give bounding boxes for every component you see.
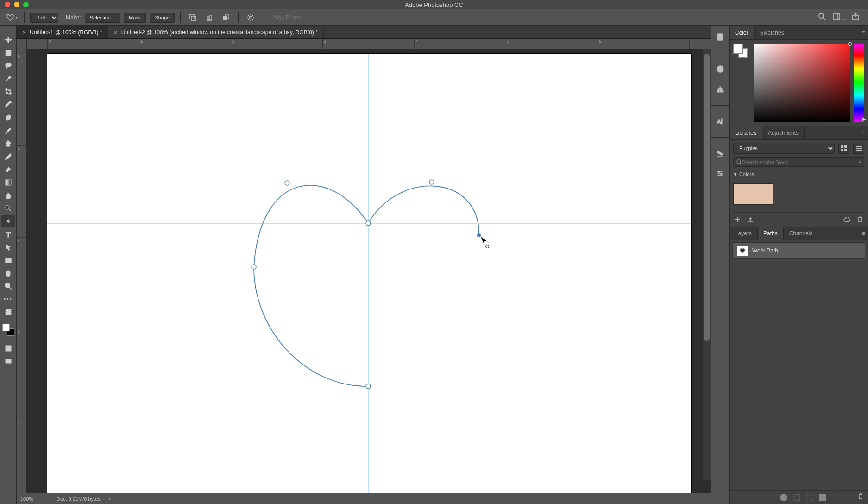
- hue-slider[interactable]: ▶: [854, 44, 864, 122]
- path-arrangement-button[interactable]: [220, 12, 233, 23]
- tab-channels[interactable]: Channels: [784, 227, 819, 240]
- grid-view-button[interactable]: [838, 143, 849, 154]
- selection-to-path-icon[interactable]: [819, 494, 826, 501]
- close-tab-icon[interactable]: ×: [113, 29, 117, 36]
- colors-section-header[interactable]: ▼ Colors: [733, 170, 864, 178]
- navigator-panel-icon[interactable]: [714, 63, 727, 76]
- dodge-tool[interactable]: [1, 202, 15, 214]
- app-title: Adobe Photoshop CC: [405, 1, 463, 8]
- screen-mode[interactable]: [1, 355, 15, 367]
- path-item-work-path[interactable]: Work Path: [732, 242, 865, 259]
- quick-mask-mode[interactable]: [1, 342, 15, 354]
- upload-icon[interactable]: [746, 215, 755, 224]
- eyedropper-tool[interactable]: [1, 99, 15, 111]
- canvas-scroll-area[interactable]: [27, 49, 711, 493]
- character-panel-icon[interactable]: A: [714, 115, 727, 128]
- current-tool-icon[interactable]: ▾: [5, 13, 19, 22]
- hue-slider-handle[interactable]: ▶: [862, 116, 866, 121]
- gradient-tool[interactable]: [1, 176, 15, 189]
- library-color-swatch[interactable]: [733, 183, 773, 205]
- add-mask-icon[interactable]: [832, 494, 839, 501]
- document-tab-1[interactable]: × Untitled-1 @ 100% (RGB/8) *: [17, 26, 108, 38]
- color-picker-cursor[interactable]: [848, 42, 852, 46]
- ruler-origin[interactable]: [17, 39, 27, 49]
- blur-tool[interactable]: [1, 189, 15, 202]
- library-search[interactable]: ▾: [733, 158, 864, 167]
- zoom-tool[interactable]: [1, 280, 15, 292]
- more-tools[interactable]: •••: [1, 293, 15, 305]
- cloud-sync-icon[interactable]: [843, 215, 851, 224]
- search-icon[interactable]: [818, 13, 826, 22]
- eraser-tool[interactable]: [1, 164, 15, 176]
- panel-menu-icon[interactable]: ≡: [859, 126, 868, 139]
- vertical-scrollbar[interactable]: [703, 49, 711, 480]
- new-path-icon[interactable]: [845, 494, 852, 501]
- foreground-color[interactable]: [2, 324, 10, 331]
- crop-tool[interactable]: [1, 86, 15, 98]
- history-brush-tool[interactable]: [1, 151, 15, 163]
- library-search-input[interactable]: [742, 159, 859, 165]
- tab-adjustments[interactable]: Adjustments: [762, 126, 805, 139]
- scrollbar-thumb[interactable]: [704, 54, 710, 341]
- history-panel-icon[interactable]: [714, 31, 727, 44]
- color-fg-bg-swatches[interactable]: [733, 44, 750, 122]
- library-select[interactable]: Puppies: [733, 143, 835, 154]
- close-window-button[interactable]: [5, 2, 10, 7]
- foreground-background-colors[interactable]: [2, 324, 14, 336]
- brush-settings-icon[interactable]: [714, 167, 727, 180]
- chevron-down-icon[interactable]: ▾: [859, 160, 861, 164]
- rectangle-tool[interactable]: [1, 254, 15, 266]
- tab-color[interactable]: Color: [730, 26, 755, 39]
- brush-tool[interactable]: [1, 125, 15, 137]
- magic-wand-tool[interactable]: [1, 73, 15, 85]
- document-tab-2[interactable]: × Untitled-2 @ 100% (arched window on th…: [108, 26, 323, 38]
- tab-swatches[interactable]: Swatches: [755, 26, 790, 39]
- gear-settings-button[interactable]: [244, 12, 257, 23]
- horizontal-ruler[interactable]: 0 1 2 3 4 5 6 7: [27, 39, 711, 49]
- maximize-window-button[interactable]: [23, 2, 29, 7]
- pen-tool[interactable]: [1, 215, 15, 227]
- fill-path-icon[interactable]: [780, 494, 787, 501]
- delete-icon[interactable]: [856, 215, 864, 224]
- hand-tool[interactable]: [1, 267, 15, 279]
- document-info[interactable]: Doc: 9.01M/0 bytes: [57, 496, 101, 502]
- foreground-swatch[interactable]: [733, 44, 743, 54]
- canvas[interactable]: [47, 54, 691, 493]
- move-tool[interactable]: [1, 34, 15, 46]
- type-tool[interactable]: [1, 228, 15, 240]
- tool-mode-select[interactable]: Path: [30, 13, 58, 23]
- healing-brush-tool[interactable]: [1, 112, 15, 124]
- align-edges-checkbox[interactable]: Align Edges: [264, 14, 302, 21]
- make-shape-button[interactable]: Shape: [150, 13, 175, 23]
- clone-stamp-tool[interactable]: [1, 138, 15, 150]
- tab-paths[interactable]: Paths: [758, 227, 784, 240]
- panel-menu-icon[interactable]: ≡: [859, 227, 868, 240]
- list-view-button[interactable]: [853, 143, 864, 154]
- share-icon[interactable]: [851, 13, 860, 22]
- edit-toolbar[interactable]: [1, 306, 15, 318]
- tab-libraries[interactable]: Libraries: [730, 126, 762, 139]
- status-menu-arrow[interactable]: ›: [109, 496, 111, 502]
- panel-menu-icon[interactable]: ≡: [859, 26, 868, 39]
- vertical-ruler[interactable]: 0 1 2 3 4: [17, 49, 27, 493]
- make-mask-button[interactable]: Mask: [124, 13, 146, 23]
- lasso-tool[interactable]: [1, 60, 15, 72]
- zoom-level[interactable]: 100%: [20, 496, 48, 502]
- tab-layers[interactable]: Layers: [730, 227, 758, 240]
- workspace-switcher-button[interactable]: ▾: [833, 13, 845, 22]
- path-operations-button[interactable]: [186, 12, 199, 23]
- close-tab-icon[interactable]: ×: [22, 29, 26, 36]
- minimize-window-button[interactable]: [14, 2, 19, 7]
- work-path-shape[interactable]: [47, 54, 691, 493]
- make-selection-button[interactable]: Selection...: [85, 13, 120, 23]
- path-alignment-button[interactable]: [203, 12, 216, 23]
- color-field[interactable]: [754, 44, 850, 122]
- path-to-selection-icon[interactable]: [806, 494, 813, 501]
- path-selection-tool[interactable]: [1, 241, 15, 253]
- add-content-icon[interactable]: [733, 215, 742, 224]
- brushes-panel-icon[interactable]: [714, 147, 727, 160]
- marquee-tool[interactable]: [1, 47, 15, 59]
- delete-path-icon[interactable]: [858, 493, 863, 501]
- histogram-panel-icon[interactable]: [714, 83, 727, 96]
- stroke-path-icon[interactable]: [793, 494, 800, 501]
